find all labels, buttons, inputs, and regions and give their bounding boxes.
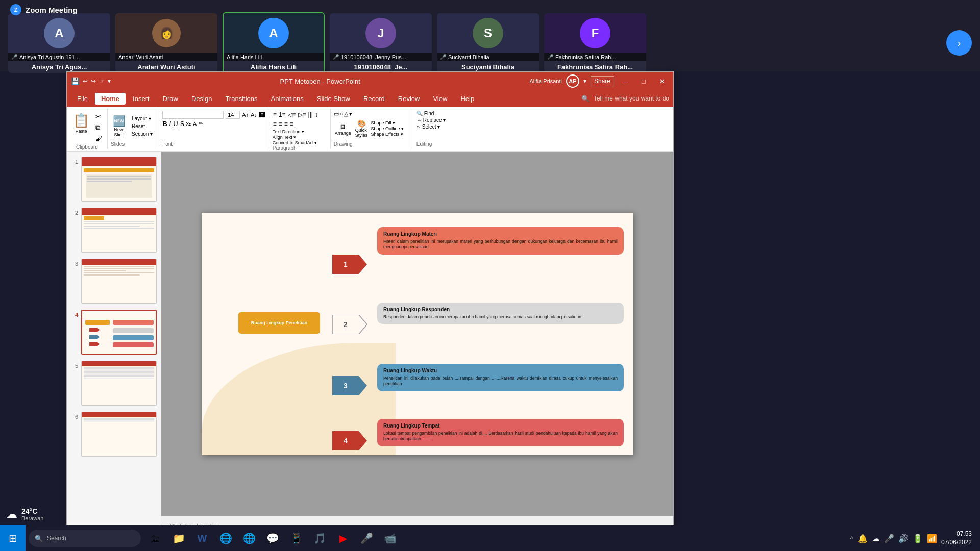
layout-button[interactable]: Layout ▾ [130,115,155,122]
quick-touch[interactable]: ☞ [99,78,105,85]
subscript-button[interactable]: x₂ [186,120,191,127]
align-text-button[interactable]: Align Text ▾ [273,135,327,140]
quick-more[interactable]: ▾ [108,78,111,85]
menu-record[interactable]: Record [357,93,391,105]
new-slide-button[interactable]: 🆕 NewSlide [111,114,128,138]
slide-thumb-4[interactable]: 4 [69,309,159,356]
bullets-button[interactable]: ≡ [273,111,277,119]
menu-file[interactable]: File [71,93,94,105]
find-button[interactable]: 🔍 Find [416,111,449,116]
align-center-button[interactable]: ≡ [278,120,283,128]
participant-4[interactable]: J 🎤 1910106048_Jenny Pus... 1910106048_J… [330,13,432,73]
decrease-indent-button[interactable]: ◁≡ [287,111,297,119]
close-button[interactable]: ✕ [655,74,669,88]
participant-5[interactable]: S 🎤 Suciyanti Bihalia Suciyanti Bihalia [437,13,539,73]
slide-thumb-3[interactable]: 3 [69,258,159,305]
triangle-shape[interactable]: △ [344,111,348,117]
shape-effects-button[interactable]: Shape Effects ▾ [371,132,404,137]
taskbar-whatsapp[interactable]: 💬 [261,525,284,551]
ribbon-collapse[interactable]: ▾ [583,78,586,85]
menu-help[interactable]: Help [454,93,480,105]
font-name-input[interactable] [162,111,224,119]
shape-fill-button[interactable]: Shape Fill ▾ [371,120,404,126]
reset-button[interactable]: Reset [130,123,155,130]
taskbar-chrome[interactable]: 🌐 [214,525,237,551]
increase-indent-button[interactable]: ▷≡ [298,111,307,119]
menu-home[interactable]: Home [95,93,126,105]
menu-draw[interactable]: Draw [157,93,184,105]
format-painter-button[interactable]: 🖌 [94,134,103,143]
columns-button[interactable]: ||| [308,111,313,119]
italic-button[interactable]: I [169,120,172,128]
font-clear-button[interactable]: 🅰 [259,112,265,118]
more-shapes[interactable]: ▾ [349,111,352,117]
section-button[interactable]: Section ▾ [130,131,155,137]
menu-design[interactable]: Design [185,93,218,105]
taskbar-search[interactable]: 🔍 Search [29,530,141,547]
slide-thumb-5[interactable]: 5 [69,360,159,407]
copy-button[interactable]: ⧉ [94,122,103,133]
menu-review[interactable]: Review [392,93,426,105]
cut-button[interactable]: ✂ [94,112,103,121]
taskbar-browser2[interactable]: 🌐 [238,525,260,551]
taskbar-zoom[interactable]: 📹 [379,525,401,551]
minimize-button[interactable]: — [618,74,632,88]
menu-slideshow[interactable]: Slide Show [311,93,356,105]
slide-thumb-2[interactable]: 2 [69,207,159,254]
taskbar-phone[interactable]: 📱 [285,525,307,551]
share-button[interactable]: Share [591,76,614,86]
participant-2[interactable]: 👩 Andari Wuri Astuti Andari Wuri Astuti [115,13,217,73]
taskbar-folder[interactable]: 📁 [167,525,190,551]
start-button[interactable]: ⊞ [0,525,26,551]
menu-view[interactable]: View [427,93,453,105]
align-left-button[interactable]: ≡ [273,120,277,128]
highlight-button[interactable]: ✏ [199,120,203,127]
tray-hidden-icon[interactable]: ^ [850,535,853,542]
taskbar-music[interactable]: 🎵 [308,525,331,551]
taskbar-explorer[interactable]: 🗂 [144,525,166,551]
tray-cloud-icon[interactable]: ☁ [872,534,880,543]
user-avatar[interactable]: AP [566,74,579,88]
participant-3[interactable]: A Alifia Haris Lili Alifia Haris Lili [223,12,325,74]
menu-animations[interactable]: Animations [265,93,310,105]
menu-insert[interactable]: Insert [127,93,156,105]
system-clock[interactable]: 07.53 07/06/2022 [941,530,972,547]
tray-notification-icon[interactable]: 🔔 [857,534,868,543]
slide-canvas[interactable]: Ruang Lingkup Penelitian 1 [202,213,633,455]
menu-transitions[interactable]: Transitions [219,93,263,105]
underline-button[interactable]: U [173,120,178,128]
slide-thumb-6[interactable]: 6 [69,411,159,458]
quick-undo[interactable]: ↪ [91,78,96,85]
arrange-button[interactable]: ⧈ Arrange [334,121,352,137]
tell-me-text[interactable]: Tell me what you want to do [594,95,669,102]
quick-styles-button[interactable]: 🎨 QuickStyles [354,118,369,139]
font-shrink-button[interactable]: A↓ [251,112,257,118]
paste-button[interactable]: 📋 Paste [70,111,92,144]
taskbar-youtube[interactable]: ▶ [332,525,354,551]
font-size-input[interactable] [226,111,240,119]
line-spacing-button[interactable]: ↕ [314,111,318,119]
shape-outline-button[interactable]: Shape Outline ▾ [371,126,404,131]
tray-volume-icon[interactable]: 🔊 [898,534,909,543]
taskbar-record[interactable]: 🎤 [355,525,378,551]
slide-thumb-1[interactable]: 1 [69,156,159,203]
maximize-button[interactable]: □ [636,74,651,88]
font-grow-button[interactable]: A↑ [242,112,249,118]
bold-button[interactable]: B [162,120,167,128]
ellipse-shape[interactable]: ○ [340,111,344,117]
rect-shape[interactable]: ▭ [334,111,339,117]
justify-button[interactable]: ≡ [289,120,294,128]
taskbar-word[interactable]: W [191,525,213,551]
select-button[interactable]: ↖ Select ▾ [416,124,449,130]
convert-smartart-button[interactable]: Convert to SmartArt ▾ [273,140,327,145]
align-right-button[interactable]: ≡ [284,120,288,128]
strikethrough-button[interactable]: S̶ [180,120,184,128]
font-color-button[interactable]: A [193,121,197,127]
participant-6[interactable]: F 🎤 Fakhrunisa Safira Rah... Fakhrunisa … [544,13,646,73]
tray-mic-icon[interactable]: 🎤 [884,534,894,543]
numbering-button[interactable]: 1≡ [278,111,286,119]
replace-button[interactable]: ↔ Replace ▾ [416,117,449,123]
tray-network-icon[interactable]: 📶 [927,534,937,543]
quick-save[interactable]: ↩ [83,78,88,85]
next-participant-button[interactable]: › [946,30,972,56]
